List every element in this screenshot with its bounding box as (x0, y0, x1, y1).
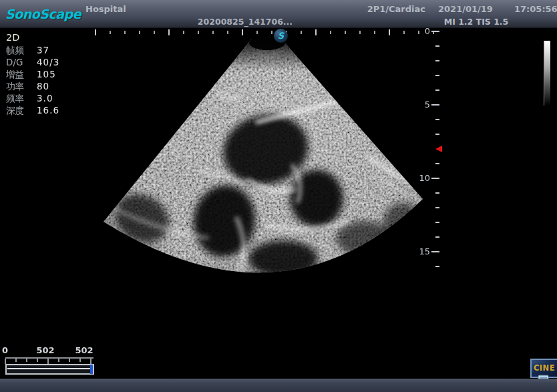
probe-exam-preset: 2P1/Cardiac (359, 4, 425, 14)
echo-fan-image[interactable] (94, 33, 441, 290)
mode-label: 2D (6, 31, 59, 44)
param-value: 80 (37, 81, 49, 91)
depth-ruler-label: 15 (413, 247, 430, 256)
probe-orientation-icon: S (274, 29, 288, 43)
param-row-depth: 深度16.6 (6, 104, 59, 116)
ultrasound-image-canvas[interactable] (0, 0, 557, 392)
brand-logo: SonoScape (5, 7, 81, 21)
focus-marker (435, 146, 442, 152)
grayscale-map-bar (544, 41, 550, 106)
cine-progress-track[interactable] (5, 364, 94, 375)
param-value: 37 (37, 45, 49, 55)
exam-time: 17:05:56 (514, 4, 554, 14)
param-label: 帧频 (6, 44, 37, 56)
hospital-name: Hospital (85, 4, 126, 14)
cine-ruler (5, 358, 94, 364)
patient-file-name: 20200825_141706... (192, 17, 299, 27)
param-row-power: 功率80 (6, 80, 59, 92)
cine-start-label: 0 (2, 345, 13, 355)
depth-ruler-label: 0 (413, 27, 430, 36)
cine-current-frame-label: 502 (32, 345, 59, 355)
param-value: 3.0 (37, 93, 53, 104)
param-label: 增益 (6, 68, 37, 80)
depth-ruler-label: 10 (413, 174, 430, 183)
exam-date: 2021/01/19 (438, 4, 492, 14)
param-label: 功率 (6, 80, 37, 92)
param-row-gain: 增益105 (6, 68, 59, 80)
top-ruler (96, 29, 433, 35)
param-value: 40/3 (37, 57, 59, 67)
param-row-dynamic-range: D/G40/3 (6, 56, 59, 68)
cine-position-marker[interactable] (90, 365, 93, 374)
bottom-bar (0, 379, 557, 392)
param-row-frequency: 频率3.0 (6, 92, 59, 104)
cine-total-frames-label: 502 (71, 345, 98, 355)
param-label: 频率 (6, 92, 37, 104)
header-bar: SonoScape Hospital 2P1/Cardiac 2021/01/1… (0, 0, 557, 28)
param-label: D/G (6, 56, 37, 68)
mi-tis-indicator: MI 1.2 TIS 1.5 (436, 17, 516, 27)
param-value: 16.6 (37, 105, 59, 116)
param-label: 深度 (6, 104, 37, 116)
param-value: 105 (37, 69, 56, 79)
imaging-params-panel: 2D 帧频37 D/G40/3 增益105 功率80 频率3.0 深度16.6 (6, 31, 59, 116)
depth-ruler-label: 5 (413, 100, 430, 110)
param-row-frame-rate: 帧频37 (6, 44, 59, 56)
